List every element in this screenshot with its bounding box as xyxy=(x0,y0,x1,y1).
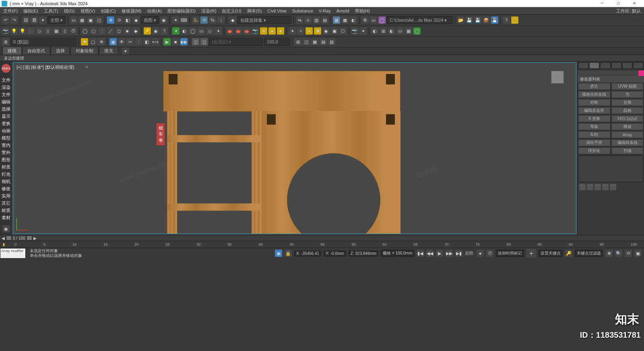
lt-outdoor[interactable]: 室外 xyxy=(2,150,10,156)
chaos-icon[interactable]: ◯ xyxy=(413,27,421,35)
unlink-button[interactable]: ⛓̸ xyxy=(31,16,38,24)
next-frame-button2[interactable]: ▶▶ xyxy=(446,250,453,257)
rp-btn-2-0[interactable]: 对称 xyxy=(578,99,611,106)
lt-other[interactable]: 其它 xyxy=(2,200,10,206)
menu-edit[interactable]: 编辑(E) xyxy=(23,8,38,14)
spinner-snap-button[interactable]: ↕ xyxy=(217,16,225,24)
layer-combo[interactable]: 0 (默認) xyxy=(10,38,76,46)
menu-view[interactable]: 视图(V) xyxy=(80,8,95,14)
lt-model[interactable]: 模型 xyxy=(2,135,10,141)
pivot-button[interactable]: ◉ xyxy=(160,16,167,24)
object-color-swatch[interactable] xyxy=(638,70,644,76)
menu-graph[interactable]: 图形编辑器(D) xyxy=(167,8,196,14)
layer-manager-button[interactable]: ≣ xyxy=(2,38,9,45)
vray-sky-icon[interactable]: ● xyxy=(268,27,276,35)
link-button[interactable]: ⛓ xyxy=(22,16,29,24)
matlib-icon[interactable]: ⊞ xyxy=(380,27,387,35)
ribbon-expand-button[interactable]: ▾ xyxy=(122,47,129,55)
open-button[interactable]: 📂 xyxy=(457,16,464,24)
show-end-button[interactable] xyxy=(587,184,593,190)
rp-btn-6-0[interactable]: 车削 xyxy=(578,131,611,138)
camera-vray-icon[interactable]: 📷 xyxy=(252,27,259,35)
rotate-button[interactable]: ⟳ xyxy=(116,16,123,24)
maxscript-mini-listener[interactable]: Array modifier xyxy=(0,248,26,259)
time-slider-handle-r[interactable] xyxy=(27,236,32,240)
lt-shape[interactable]: 图形 xyxy=(2,157,10,163)
filter-icon[interactable]: ▾ xyxy=(86,64,88,70)
named-selection-combo[interactable]: 创建选择集 ▾ xyxy=(237,16,291,24)
camera-control-icon[interactable]: 🎥 xyxy=(27,27,35,35)
rp-btn-7-0[interactable]: 涡轮平滑 xyxy=(578,139,611,146)
menu-render[interactable]: 渲染(R) xyxy=(201,8,216,14)
config-sets-button[interactable] xyxy=(610,184,616,190)
coord-z[interactable]: Z: 323.849mm xyxy=(349,250,378,257)
maximize-button[interactable]: ☐ xyxy=(610,0,626,7)
new-layer-button[interactable]: ✚ xyxy=(81,38,88,45)
rendered-frame-button[interactable]: ▭ xyxy=(370,16,377,24)
rp-btn-3-1[interactable]: 晶格 xyxy=(611,107,644,114)
menu-help[interactable]: 帮助(H) xyxy=(355,8,370,14)
lt-utility[interactable]: 实用 xyxy=(2,193,10,199)
rp-btn-5-0[interactable]: 弯曲 xyxy=(578,123,611,130)
cp-tab-utilities[interactable] xyxy=(633,62,643,69)
bind-button[interactable]: ✦ xyxy=(39,16,46,24)
stop-button[interactable]: ■ xyxy=(172,38,179,45)
save-button[interactable]: 💾 xyxy=(466,16,473,24)
window-crossing-button[interactable]: ◫ xyxy=(95,16,103,24)
menu-script[interactable]: 脚本(S) xyxy=(247,8,262,14)
archive-button[interactable]: 📦 xyxy=(483,16,490,24)
lt-material[interactable]: 材质 xyxy=(2,164,10,170)
clock-icon[interactable]: ⏱ xyxy=(70,27,77,35)
align-button[interactable]: ≡ xyxy=(304,16,312,24)
redo-button[interactable]: ↷ xyxy=(10,16,18,24)
extra1-button[interactable]: ⊞ xyxy=(294,38,301,45)
lt-camera[interactable]: 相机 xyxy=(2,179,10,185)
isolate-toggle[interactable]: ▣ xyxy=(275,250,282,257)
minimize-button[interactable]: ─ xyxy=(594,0,610,7)
lock-selection-button[interactable]: 🔒 xyxy=(285,250,292,257)
cp-tab-create[interactable] xyxy=(578,62,588,69)
cp-tab-hierarchy[interactable] xyxy=(600,62,610,69)
show-end-result-button[interactable]: ◯ xyxy=(81,27,89,35)
prev-key-icon[interactable]: ◀ xyxy=(2,236,5,240)
undo-button[interactable]: ↶ xyxy=(2,16,9,24)
autokey-icon[interactable]: ◉ xyxy=(152,27,159,35)
curve-editor-button[interactable]: ▦ xyxy=(333,16,340,24)
extra4-button[interactable]: ▤ xyxy=(320,38,327,45)
cp-tab-display[interactable] xyxy=(622,62,632,69)
ribbon-tab-objectpaint[interactable]: 对象绘制 xyxy=(70,47,99,55)
dome-light-icon[interactable]: ◐ xyxy=(181,27,188,35)
lt-animation[interactable]: 动画 xyxy=(2,128,10,134)
spacing-button[interactable]: ⟷ xyxy=(152,38,159,45)
lt-file2[interactable]: 文件 xyxy=(2,92,10,98)
prev-frame-button[interactable]: ◀◀ xyxy=(426,250,433,257)
model-desk[interactable] xyxy=(163,71,400,234)
snapshot-button[interactable]: ◧ xyxy=(143,38,151,45)
extra5-button[interactable]: ▥ xyxy=(328,38,335,45)
snap-2d-button[interactable]: 2₅ xyxy=(192,16,199,24)
help-icon[interactable]: ? xyxy=(161,27,168,35)
rp-btn-7-1[interactable]: 编辑样条线 xyxy=(611,139,644,146)
teapot-green-icon[interactable]: 🫖 xyxy=(243,27,250,35)
lt-file[interactable]: 文件 xyxy=(2,77,10,83)
extra2-button[interactable]: ◫ xyxy=(303,38,310,45)
play-button[interactable]: ▶ xyxy=(163,38,171,45)
scale-button[interactable]: ◧ xyxy=(124,16,131,24)
goto-start-button[interactable]: ▮◀ xyxy=(417,250,424,257)
angle-snap-button[interactable]: ⟲ xyxy=(200,16,208,24)
sphere-light-icon[interactable]: ◯ xyxy=(189,27,196,35)
ribbon-tab-populate[interactable]: 填充 xyxy=(99,47,118,55)
add-time-tag[interactable]: 添加时间标记 xyxy=(496,250,524,257)
key-filter-button[interactable]: 关键点过滤器 xyxy=(575,250,603,257)
auto-key-button[interactable]: ● xyxy=(477,250,484,257)
vertex-icon[interactable]: ⋮ xyxy=(98,27,105,35)
render-button[interactable]: ◯ xyxy=(378,16,386,24)
save-plus-button[interactable]: 💾 xyxy=(474,16,481,24)
manip-button[interactable]: ✦ xyxy=(172,16,179,24)
menu-create[interactable]: 创建(C) xyxy=(101,8,116,14)
rp-btn-3-0[interactable]: 编辑多边形 xyxy=(578,107,611,114)
ribbon-tab-selection[interactable]: 选择 xyxy=(51,47,70,55)
lt-render[interactable]: 渲染 xyxy=(2,84,10,90)
menu-modifiers[interactable]: 修改器(M) xyxy=(122,8,142,14)
box-icon[interactable]: ▣ xyxy=(331,27,338,35)
